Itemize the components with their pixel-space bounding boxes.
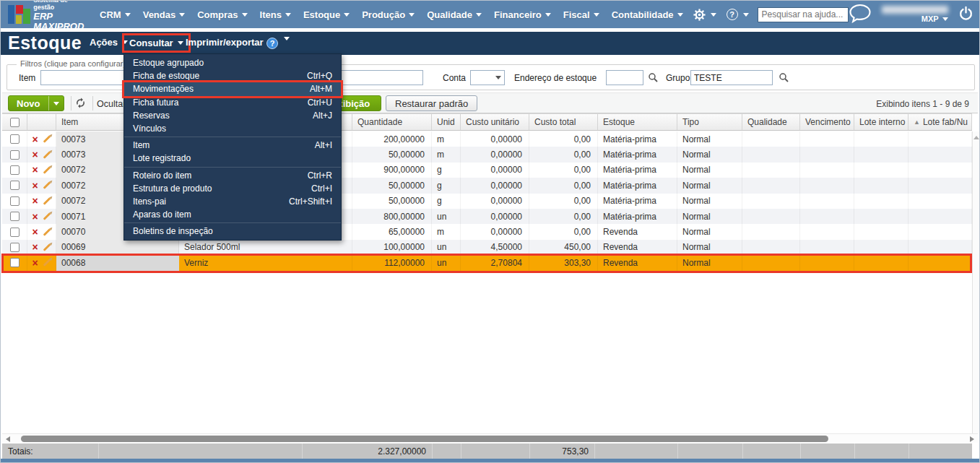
menu-item-lote-registrado[interactable]: Lote registrado <box>124 152 341 165</box>
menu-compras[interactable]: Compras <box>197 9 247 20</box>
org-selector[interactable]: MXP <box>922 14 948 23</box>
novo-button[interactable]: Novo <box>8 95 64 111</box>
more-menu[interactable] <box>284 37 290 40</box>
delete-icon[interactable]: × <box>32 151 38 158</box>
menu-crm[interactable]: CRM <box>100 9 131 20</box>
refresh-button[interactable] <box>75 98 86 111</box>
column-header-unid[interactable]: Unid <box>432 114 461 130</box>
menu-item-roteiro-do-item[interactable]: Roteiro do itemCtrl+R <box>124 169 341 182</box>
scroll-left-arrow[interactable] <box>6 436 10 442</box>
filters-legend[interactable]: Filtros (clique para configurar) <box>17 59 129 68</box>
delete-icon[interactable]: × <box>32 259 38 267</box>
conta-select[interactable] <box>470 70 505 85</box>
menu-item-item[interactable]: ItemAlt+I <box>124 139 341 152</box>
novo-dropdown-arrow[interactable] <box>49 102 64 105</box>
menu-vendas[interactable]: Vendas <box>143 9 186 20</box>
menu-item-ficha-futura[interactable]: Ficha futuraCtrl+U <box>124 96 341 109</box>
scroll-right-arrow[interactable] <box>970 436 974 442</box>
delete-icon[interactable]: × <box>32 213 38 220</box>
edit-pencil-icon[interactable] <box>43 212 51 220</box>
column-header-quantidade[interactable]: Quantidade <box>352 114 432 130</box>
menu-estoque[interactable]: Estoque <box>303 9 350 20</box>
page-help-button[interactable]: ? <box>266 38 278 49</box>
edit-pencil-icon[interactable] <box>43 135 51 143</box>
cell-tipo: Normal <box>677 147 742 162</box>
horizontal-scrollbar[interactable] <box>2 433 978 443</box>
logout-button[interactable] <box>958 6 974 24</box>
chat-button[interactable] <box>849 4 872 26</box>
restaurar-padrao-button[interactable]: Restaurar padrão <box>386 95 477 111</box>
column-header-lote-interno[interactable]: Lote interno <box>854 114 909 130</box>
menu-itens[interactable]: Itens <box>260 9 291 20</box>
cell-estoque: Revenda <box>598 224 677 239</box>
edit-pencil-icon[interactable] <box>43 228 51 236</box>
edit-pencil-icon[interactable] <box>43 151 51 159</box>
user-block[interactable]: MXP <box>882 6 948 23</box>
settings-menu[interactable] <box>693 9 706 21</box>
column-header-tipo[interactable]: Tipo <box>677 114 742 130</box>
settings-caret[interactable] <box>711 13 716 17</box>
row-actions-cell: × <box>27 163 56 178</box>
chat-bubble-icon <box>849 4 872 23</box>
delete-icon[interactable]: × <box>32 197 38 204</box>
scroll-up-arrow[interactable] <box>974 136 979 139</box>
row-checkbox[interactable] <box>10 196 19 206</box>
menu-contabilidade[interactable]: Contabilidade <box>612 9 683 20</box>
row-checkbox[interactable] <box>10 134 19 144</box>
delete-icon[interactable]: × <box>32 243 38 251</box>
row-checkbox[interactable] <box>10 258 19 267</box>
menu-producao[interactable]: Produção <box>362 9 415 20</box>
row-checkbox[interactable] <box>10 243 19 252</box>
edit-pencil-icon[interactable] <box>43 259 51 267</box>
menu-item-estoque-agrupado[interactable]: Estoque agrupado <box>124 56 341 69</box>
column-header-custo-unitario[interactable]: Custo unitário <box>461 114 529 130</box>
menu-item-estrutura-de-produto[interactable]: Estrutura de produtoCtrl+I <box>124 182 341 195</box>
help-caret[interactable] <box>743 13 749 17</box>
help-search-input[interactable] <box>758 7 849 22</box>
help-menu[interactable]: ? <box>727 9 738 20</box>
edit-pencil-icon[interactable] <box>43 182 51 190</box>
column-header-vencimento[interactable]: Vencimento <box>800 114 854 130</box>
row-select-cell <box>2 147 27 162</box>
page-title: Estoque <box>8 33 82 53</box>
delete-icon[interactable]: × <box>32 166 38 173</box>
row-select-cell <box>2 178 27 193</box>
delete-icon[interactable]: × <box>32 228 38 235</box>
row-checkbox[interactable] <box>10 165 19 175</box>
delete-icon[interactable]: × <box>32 182 38 189</box>
grupo-filter-input[interactable] <box>690 70 773 85</box>
grupo-lookup-button[interactable] <box>779 72 789 85</box>
row-checkbox[interactable] <box>10 150 19 160</box>
column-header-estoque[interactable]: Estoque <box>598 114 677 130</box>
edit-pencil-icon[interactable] <box>43 243 51 251</box>
menu-item-boletins-de-inspecao[interactable]: Boletins de inspeção <box>124 225 341 238</box>
menu-item-movimentacoes[interactable]: MovimentaçõesAlt+M <box>124 82 341 95</box>
menu-imprimir-exportar[interactable]: Imprimir/exportar <box>186 37 274 48</box>
endereco-lookup-button[interactable] <box>648 72 659 85</box>
app-logo[interactable]: Sistema de gestão ERP MAXIPROD <box>8 0 90 32</box>
menu-qualidade[interactable]: Qualidade <box>427 9 482 20</box>
menu-item-ficha-de-estoque[interactable]: Ficha de estoqueCtrl+Q <box>124 69 341 82</box>
row-checkbox[interactable] <box>10 228 19 237</box>
menu-fiscal[interactable]: Fiscal <box>563 9 599 20</box>
menu-item-reservas[interactable]: ReservasAlt+J <box>124 109 341 122</box>
menu-consultar[interactable]: Consultar <box>122 33 191 53</box>
menu-item-vinculos[interactable]: Vínculos <box>124 122 341 135</box>
select-all-checkbox[interactable] <box>10 118 19 127</box>
endereco-filter-input[interactable] <box>606 70 643 85</box>
row-checkbox[interactable] <box>10 212 19 221</box>
column-header-custo-total[interactable]: Custo total <box>529 114 598 130</box>
column-header-label: Qualidade <box>747 117 787 127</box>
menu-item-aparas-do-item[interactable]: Aparas do item <box>124 208 341 221</box>
column-header-qualidade[interactable]: Qualidade <box>742 114 800 130</box>
menu-item-itens-pai[interactable]: Itens-paiCtrl+Shift+I <box>124 195 341 208</box>
vertical-scrollbar[interactable] <box>972 131 979 433</box>
delete-icon[interactable]: × <box>32 136 38 143</box>
edit-pencil-icon[interactable] <box>43 166 51 174</box>
menu-financeiro[interactable]: Financeiro <box>494 9 551 20</box>
column-header-lote-fab-nu[interactable]: ▲Lote fab/Nu <box>909 114 972 130</box>
scrollbar-thumb[interactable] <box>21 436 828 442</box>
edit-pencil-icon[interactable] <box>43 197 51 205</box>
row-checkbox[interactable] <box>10 181 19 190</box>
chevron-down-icon <box>677 13 683 17</box>
